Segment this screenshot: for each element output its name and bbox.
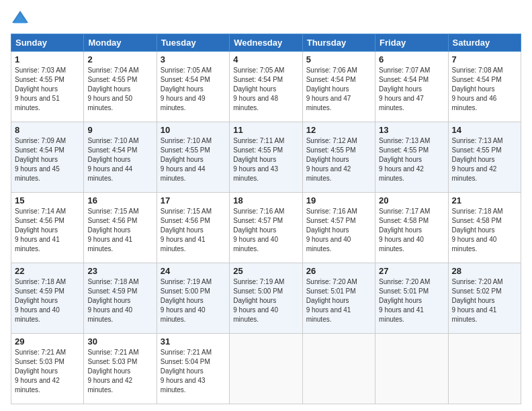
day-cell: 15 Sunrise: 7:14 AMSunset: 4:56 PMDaylig… <box>11 193 84 263</box>
weekday-header-thursday: Thursday <box>302 34 375 52</box>
day-number: 30 <box>87 336 152 347</box>
day-number: 25 <box>233 266 298 276</box>
page: SundayMondayTuesdayWednesdayThursdayFrid… <box>0 0 532 411</box>
day-number: 22 <box>15 266 80 276</box>
day-cell: 24 Sunrise: 7:19 AMSunset: 5:00 PMDaylig… <box>157 263 229 334</box>
day-number: 15 <box>15 195 80 205</box>
day-cell: 11 Sunrise: 7:11 AMSunset: 4:55 PMDaylig… <box>230 122 302 193</box>
day-info: Sunrise: 7:06 AMSunset: 4:54 PMDaylight … <box>306 66 357 111</box>
day-info: Sunrise: 7:11 AMSunset: 4:55 PMDaylight … <box>233 137 284 182</box>
day-cell: 21 Sunrise: 7:18 AMSunset: 4:58 PMDaylig… <box>448 193 521 263</box>
weekday-header-row: SundayMondayTuesdayWednesdayThursdayFrid… <box>11 34 521 52</box>
day-number: 23 <box>87 266 152 276</box>
day-info: Sunrise: 7:12 AMSunset: 4:55 PMDaylight … <box>306 137 357 182</box>
day-cell: 7 Sunrise: 7:08 AMSunset: 4:54 PMDayligh… <box>448 52 521 122</box>
day-cell: 5 Sunrise: 7:06 AMSunset: 4:54 PMDayligh… <box>302 52 375 122</box>
day-cell: 22 Sunrise: 7:18 AMSunset: 4:59 PMDaylig… <box>11 263 84 334</box>
weekday-header-tuesday: Tuesday <box>157 34 229 52</box>
day-number: 1 <box>15 54 80 64</box>
day-number: 4 <box>233 54 298 64</box>
day-cell <box>302 334 375 404</box>
day-number: 7 <box>452 54 517 64</box>
day-info: Sunrise: 7:21 AMSunset: 5:03 PMDaylight … <box>15 349 66 394</box>
day-info: Sunrise: 7:15 AMSunset: 4:56 PMDaylight … <box>87 208 138 253</box>
weekday-header-saturday: Saturday <box>448 34 521 52</box>
weekday-header-sunday: Sunday <box>11 34 84 52</box>
day-info: Sunrise: 7:03 AMSunset: 4:55 PMDaylight … <box>15 66 66 111</box>
day-number: 21 <box>452 195 517 205</box>
day-number: 10 <box>161 125 226 135</box>
day-info: Sunrise: 7:13 AMSunset: 4:55 PMDaylight … <box>452 137 503 182</box>
day-number: 27 <box>379 266 444 276</box>
day-cell: 17 Sunrise: 7:15 AMSunset: 4:56 PMDaylig… <box>157 193 229 263</box>
week-row-4: 22 Sunrise: 7:18 AMSunset: 4:59 PMDaylig… <box>11 263 521 334</box>
day-cell: 20 Sunrise: 7:17 AMSunset: 4:58 PMDaylig… <box>375 193 448 263</box>
day-cell: 12 Sunrise: 7:12 AMSunset: 4:55 PMDaylig… <box>302 122 375 193</box>
day-cell: 1 Sunrise: 7:03 AMSunset: 4:55 PMDayligh… <box>11 52 84 122</box>
day-info: Sunrise: 7:10 AMSunset: 4:55 PMDaylight … <box>161 137 212 182</box>
header <box>11 9 521 28</box>
day-info: Sunrise: 7:08 AMSunset: 4:54 PMDaylight … <box>452 66 503 111</box>
day-number: 19 <box>306 195 371 205</box>
day-cell: 2 Sunrise: 7:04 AMSunset: 4:55 PMDayligh… <box>84 52 157 122</box>
day-number: 18 <box>233 195 298 205</box>
day-number: 11 <box>233 125 298 135</box>
logo <box>11 9 32 28</box>
weekday-header-friday: Friday <box>375 34 448 52</box>
week-row-5: 29 Sunrise: 7:21 AMSunset: 5:03 PMDaylig… <box>11 334 521 404</box>
day-info: Sunrise: 7:18 AMSunset: 4:59 PMDaylight … <box>87 278 138 323</box>
day-info: Sunrise: 7:21 AMSunset: 5:03 PMDaylight … <box>87 349 138 394</box>
day-number: 5 <box>306 54 371 64</box>
day-info: Sunrise: 7:05 AMSunset: 4:54 PMDaylight … <box>233 66 284 111</box>
day-info: Sunrise: 7:14 AMSunset: 4:56 PMDaylight … <box>15 208 66 253</box>
day-info: Sunrise: 7:10 AMSunset: 4:54 PMDaylight … <box>87 137 138 182</box>
weekday-header-wednesday: Wednesday <box>230 34 302 52</box>
day-cell: 18 Sunrise: 7:16 AMSunset: 4:57 PMDaylig… <box>230 193 302 263</box>
day-number: 6 <box>379 54 444 64</box>
day-number: 12 <box>306 125 371 135</box>
day-cell: 14 Sunrise: 7:13 AMSunset: 4:55 PMDaylig… <box>448 122 521 193</box>
day-number: 31 <box>161 336 226 347</box>
day-cell: 6 Sunrise: 7:07 AMSunset: 4:54 PMDayligh… <box>375 52 448 122</box>
day-info: Sunrise: 7:09 AMSunset: 4:54 PMDaylight … <box>15 137 66 182</box>
day-number: 9 <box>87 125 152 135</box>
day-cell: 23 Sunrise: 7:18 AMSunset: 4:59 PMDaylig… <box>84 263 157 334</box>
day-info: Sunrise: 7:16 AMSunset: 4:57 PMDaylight … <box>306 208 357 253</box>
day-number: 20 <box>379 195 444 205</box>
day-info: Sunrise: 7:05 AMSunset: 4:54 PMDaylight … <box>161 66 212 111</box>
day-info: Sunrise: 7:04 AMSunset: 4:55 PMDaylight … <box>87 66 138 111</box>
day-number: 2 <box>87 54 152 64</box>
day-number: 24 <box>161 266 226 276</box>
day-number: 14 <box>452 125 517 135</box>
day-number: 16 <box>87 195 152 205</box>
day-number: 3 <box>161 54 226 64</box>
day-info: Sunrise: 7:18 AMSunset: 4:58 PMDaylight … <box>452 208 503 253</box>
weekday-header-monday: Monday <box>84 34 157 52</box>
day-cell: 19 Sunrise: 7:16 AMSunset: 4:57 PMDaylig… <box>302 193 375 263</box>
day-cell: 10 Sunrise: 7:10 AMSunset: 4:55 PMDaylig… <box>157 122 229 193</box>
day-cell: 8 Sunrise: 7:09 AMSunset: 4:54 PMDayligh… <box>11 122 84 193</box>
day-cell: 3 Sunrise: 7:05 AMSunset: 4:54 PMDayligh… <box>157 52 229 122</box>
day-number: 26 <box>306 266 371 276</box>
day-number: 28 <box>452 266 517 276</box>
day-number: 13 <box>379 125 444 135</box>
day-cell: 13 Sunrise: 7:13 AMSunset: 4:55 PMDaylig… <box>375 122 448 193</box>
logo-icon <box>11 9 30 28</box>
day-cell: 30 Sunrise: 7:21 AMSunset: 5:03 PMDaylig… <box>84 334 157 404</box>
day-info: Sunrise: 7:18 AMSunset: 4:59 PMDaylight … <box>15 278 66 323</box>
day-info: Sunrise: 7:20 AMSunset: 5:01 PMDaylight … <box>306 278 357 323</box>
day-info: Sunrise: 7:07 AMSunset: 4:54 PMDaylight … <box>379 66 430 111</box>
day-cell <box>375 334 448 404</box>
day-cell: 9 Sunrise: 7:10 AMSunset: 4:54 PMDayligh… <box>84 122 157 193</box>
day-info: Sunrise: 7:21 AMSunset: 5:04 PMDaylight … <box>161 349 212 394</box>
day-cell: 16 Sunrise: 7:15 AMSunset: 4:56 PMDaylig… <box>84 193 157 263</box>
week-row-3: 15 Sunrise: 7:14 AMSunset: 4:56 PMDaylig… <box>11 193 521 263</box>
day-cell: 31 Sunrise: 7:21 AMSunset: 5:04 PMDaylig… <box>157 334 229 404</box>
week-row-2: 8 Sunrise: 7:09 AMSunset: 4:54 PMDayligh… <box>11 122 521 193</box>
day-info: Sunrise: 7:15 AMSunset: 4:56 PMDaylight … <box>161 208 212 253</box>
day-info: Sunrise: 7:20 AMSunset: 5:01 PMDaylight … <box>379 278 430 323</box>
day-info: Sunrise: 7:19 AMSunset: 5:00 PMDaylight … <box>161 278 212 323</box>
day-info: Sunrise: 7:13 AMSunset: 4:55 PMDaylight … <box>379 137 430 182</box>
day-number: 17 <box>161 195 226 205</box>
day-cell: 4 Sunrise: 7:05 AMSunset: 4:54 PMDayligh… <box>230 52 302 122</box>
